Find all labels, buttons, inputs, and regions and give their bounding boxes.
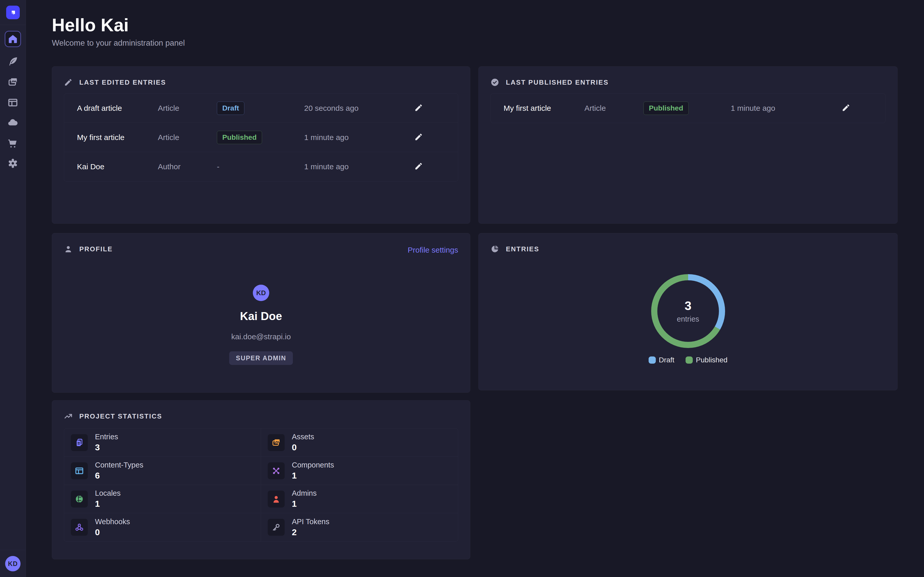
entry-time: 20 seconds ago <box>304 104 414 113</box>
stat-locales: Locales 1 <box>64 485 261 513</box>
webhook-icon <box>74 522 84 532</box>
profile-role-badge: SUPER ADMIN <box>229 351 293 365</box>
check-circle-icon <box>491 78 499 87</box>
edit-icon[interactable] <box>842 103 850 112</box>
entry-type: Article <box>585 104 643 113</box>
stat-content-types: Content-Types 6 <box>64 457 261 485</box>
donut-label: entries <box>677 315 699 323</box>
table-row[interactable]: My first article Article Published 1 min… <box>64 123 458 152</box>
images-icon <box>271 438 281 448</box>
images-icon <box>7 76 18 88</box>
stat-components: Components 1 <box>261 457 458 485</box>
stat-entries: Entries 3 <box>64 429 261 457</box>
stat-value: 1 <box>292 499 317 509</box>
status-badge: Published <box>217 131 262 144</box>
panel-header: ENTRIES <box>491 245 539 253</box>
stat-label: Assets <box>292 433 314 441</box>
layout-icon <box>7 97 18 108</box>
edit-icon[interactable] <box>414 132 423 141</box>
entry-name: Kai Doe <box>77 162 158 171</box>
feather-icon <box>7 56 18 67</box>
sidebar-user-avatar[interactable]: KD <box>5 556 21 571</box>
cart-icon <box>7 137 18 148</box>
entry-name: My first article <box>504 104 585 113</box>
stat-value: 3 <box>95 442 118 452</box>
sidebar-item-cloud[interactable] <box>5 114 21 131</box>
sidebar-item-content-type-builder[interactable] <box>5 94 21 111</box>
person-icon <box>271 494 281 504</box>
stat-webhooks: Webhooks 0 <box>64 513 261 542</box>
stat-value: 1 <box>95 499 121 509</box>
page-title: Hello Kai <box>52 15 129 35</box>
strapi-logo[interactable] <box>6 6 20 19</box>
entry-time: 1 minute ago <box>304 162 414 171</box>
cloud-icon <box>7 117 18 128</box>
stat-label: Entries <box>95 433 118 441</box>
documents-icon <box>74 438 84 448</box>
home-icon <box>7 34 18 44</box>
gear-icon <box>7 158 18 169</box>
sidebar-item-home[interactable] <box>5 31 21 47</box>
stat-api-tokens: API Tokens 2 <box>261 513 458 542</box>
profile-avatar: KD <box>253 285 269 301</box>
legend-chip-published <box>686 356 693 364</box>
entry-type: Author <box>158 162 217 171</box>
globe-icon <box>74 494 84 504</box>
pencil-icon <box>64 78 73 87</box>
panel-header: LAST PUBLISHED ENTRIES <box>491 78 609 87</box>
panel-title: PROJECT STATISTICS <box>79 413 162 420</box>
edit-icon[interactable] <box>414 103 423 112</box>
panel-last-published-entries: LAST PUBLISHED ENTRIES My first article … <box>478 66 898 224</box>
stat-value: 0 <box>292 442 314 452</box>
sidebar: KD <box>0 0 26 577</box>
stat-label: Admins <box>292 489 317 498</box>
stats-table: Entries 3 Assets 0 <box>64 428 458 542</box>
profile-name: Kai Doe <box>240 310 282 322</box>
panel-title: LAST PUBLISHED ENTRIES <box>506 79 609 86</box>
last-published-table: My first article Article Published 1 min… <box>491 93 885 123</box>
page-subtitle: Welcome to your administration panel <box>52 39 185 48</box>
panel-header: LAST EDITED ENTRIES <box>64 78 166 87</box>
profile-email: kai.doe@strapi.io <box>231 332 291 341</box>
key-icon <box>271 522 281 532</box>
panel-project-statistics: PROJECT STATISTICS Entries 3 <box>52 400 470 559</box>
sidebar-item-media-library[interactable] <box>5 74 21 90</box>
entries-donut: 3 entries <box>651 274 725 348</box>
panel-header: PROJECT STATISTICS <box>64 412 162 421</box>
stat-label: Components <box>292 461 334 469</box>
stat-value: 2 <box>292 527 329 537</box>
panel-title: LAST EDITED ENTRIES <box>79 79 166 86</box>
chart-legend: Draft Published <box>479 356 897 364</box>
stat-value: 0 <box>95 527 130 537</box>
sidebar-item-marketplace[interactable] <box>5 134 21 151</box>
table-row[interactable]: My first article Article Published 1 min… <box>491 93 885 123</box>
edit-icon[interactable] <box>414 162 423 171</box>
legend-item-draft: Draft <box>649 356 675 364</box>
status-badge: Draft <box>217 102 244 115</box>
status-dash: - <box>217 162 220 171</box>
stat-label: Webhooks <box>95 517 130 526</box>
entry-name: A draft article <box>77 104 158 113</box>
entry-time: 1 minute ago <box>731 104 842 113</box>
nodes-icon <box>271 466 281 476</box>
last-edited-table: A draft article Article Draft 20 seconds… <box>64 93 458 182</box>
stat-label: Content-Types <box>95 461 144 469</box>
sidebar-item-settings[interactable] <box>5 155 21 172</box>
stat-assets: Assets 0 <box>261 429 458 457</box>
profile-body: KD Kai Doe kai.doe@strapi.io SUPER ADMIN <box>52 234 470 392</box>
status-badge: Published <box>643 102 689 115</box>
legend-item-published: Published <box>686 356 727 364</box>
layout-icon <box>74 466 84 476</box>
panel-last-edited-entries: LAST EDITED ENTRIES A draft article Arti… <box>52 66 470 224</box>
stat-admins: Admins 1 <box>261 485 458 513</box>
trending-up-icon <box>64 412 73 421</box>
entry-type: Article <box>158 104 217 113</box>
stat-label: API Tokens <box>292 517 329 526</box>
panel-title: ENTRIES <box>506 245 539 253</box>
sidebar-item-content-manager[interactable] <box>5 53 21 70</box>
table-row[interactable]: A draft article Article Draft 20 seconds… <box>64 93 458 123</box>
panel-entries: ENTRIES 3 entries Draft Published <box>478 233 898 390</box>
stat-label: Locales <box>95 489 121 498</box>
donut-center: 3 entries <box>651 274 725 348</box>
table-row[interactable]: Kai Doe Author - 1 minute ago <box>64 152 458 181</box>
